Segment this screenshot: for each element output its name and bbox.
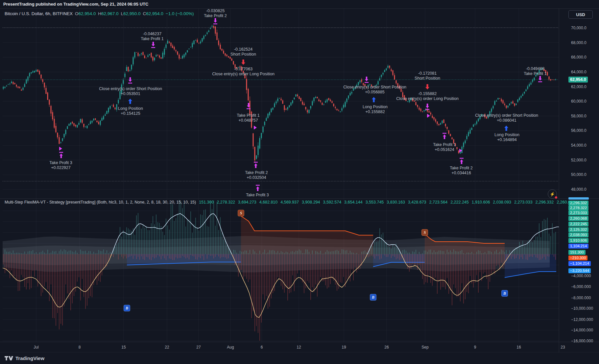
- symbol-legend[interactable]: Bitcoin / U.S. Dollar, 6h, BITFINEXO62,9…: [5, 11, 194, 16]
- time-axis-tick[interactable]: 27: [196, 345, 201, 350]
- volatility-band-inner: [3, 245, 550, 265]
- price-axis-tick[interactable]: 68,000.0: [571, 40, 587, 45]
- indicator-value-badge: 151.300: [568, 250, 586, 255]
- indicator-value-badge: −210.300: [568, 255, 587, 260]
- take-profit-down-marker-icon: [537, 75, 543, 83]
- time-axis-tick[interactable]: 19: [342, 345, 346, 350]
- trade-annotation: Long Position+0.164894: [494, 133, 519, 142]
- short-stop-line: [241, 216, 373, 235]
- indicator-value-badge: 2,125.332: [568, 227, 588, 232]
- price-axis-tick[interactable]: 50,000.0: [571, 172, 587, 177]
- price-axis-tick[interactable]: 60,000.0: [571, 99, 587, 104]
- strategy-value: 1,910.606: [472, 200, 490, 205]
- short-phase-fill: [241, 216, 373, 254]
- indicator-value-badge: −1,104.214: [568, 261, 591, 266]
- tradingview-brand-text[interactable]: TradingView: [15, 355, 44, 361]
- long-entry-marker[interactable]: B: [124, 305, 130, 311]
- strategy-value: 3,654.144: [344, 200, 363, 205]
- long-entry-marker[interactable]: B: [370, 294, 376, 301]
- strategy-value: 2,260.068…: [557, 200, 579, 205]
- price-axis-tick[interactable]: 56,000.0: [571, 128, 587, 133]
- trade-annotation: -0.172081Short Position: [415, 71, 440, 81]
- price-axis-tick[interactable]: 66,000.0: [571, 55, 587, 60]
- flash-actions-button[interactable]: ⚡: [548, 189, 557, 199]
- footer-bar: TradingView: [0, 352, 599, 364]
- indicator-value-badge: 1,104.214: [568, 244, 588, 249]
- price-axis-tick[interactable]: 54,000.0: [571, 143, 587, 148]
- trade-annotation: Take Profit 1+0.051624: [433, 142, 456, 152]
- long-phase-fill: [373, 254, 425, 267]
- indicator-value-badge: 2,260.068: [568, 216, 588, 221]
- long-entry-marker[interactable]: B: [501, 290, 508, 297]
- indicator-value-badge: 2,273.033: [568, 210, 588, 215]
- indicator-axis-tick[interactable]: −4,000.000: [571, 274, 591, 278]
- strategy-value: 151.300: [199, 200, 214, 205]
- pane-borders: [0, 9, 599, 352]
- time-axis-tick[interactable]: 6: [261, 345, 263, 350]
- indicator-axis-tick[interactable]: −12,000.000: [571, 317, 593, 322]
- indicator-axis-tick[interactable]: −10,000.000: [571, 306, 593, 311]
- price-axis-tick[interactable]: 70,000.0: [571, 26, 587, 30]
- time-axis-tick[interactable]: 22: [165, 345, 169, 350]
- time-axis-tick[interactable]: 9: [474, 345, 476, 350]
- take-profit-down-marker-icon: [127, 76, 133, 84]
- indicator-axis-tick[interactable]: −8,000.000: [571, 296, 591, 300]
- indicator-axis-tick[interactable]: −14,000.000: [571, 328, 593, 332]
- trade-annotation: Take Profit 2+0.034416: [450, 166, 472, 176]
- strategy-title: Multi-Step FlexiMA-VT - Strategy [presen…: [5, 200, 196, 205]
- strategy-value: 3,908.294: [302, 200, 320, 205]
- short-entry-marker[interactable]: S: [421, 229, 428, 236]
- long-phase-fill: [127, 254, 241, 265]
- price-axis-tick[interactable]: 62,000.0: [571, 85, 587, 89]
- long-entry-arrow-icon: [371, 96, 377, 103]
- clipped-value-badge: [568, 197, 589, 200]
- ohlc-label: H: [98, 11, 101, 16]
- trade-annotation: -0.077063Close entry(s) order Long Posit…: [212, 67, 275, 77]
- notification-dot: [555, 196, 557, 199]
- ohlc-label: O: [75, 11, 79, 16]
- trade-annotation: Take Profit 3+0.022927: [49, 160, 72, 170]
- trade-annotation: -0.155882Close entry(s) order Long Posit…: [396, 91, 459, 101]
- ohlc-label: C: [143, 11, 146, 16]
- volatility-band-outer: [3, 236, 550, 273]
- long-stop-line: [505, 272, 556, 278]
- time-axis-tick[interactable]: 26: [384, 345, 389, 350]
- indicator-axis-tick[interactable]: −16,000.000: [571, 339, 593, 343]
- time-axis-tick[interactable]: 8: [79, 345, 81, 350]
- trade-annotation: Take Profit 1+0.048757: [237, 113, 259, 123]
- short-entry-arrow-icon: [240, 59, 247, 65]
- ohlc-values: O62,954.0H62,967.0L62,950.0C62,954.0−1.0…: [73, 11, 194, 16]
- time-axis-tick[interactable]: Sep: [421, 345, 428, 350]
- price-axis-tick[interactable]: 48,000.0: [571, 187, 587, 192]
- strategy-value: 3,592.574: [323, 200, 341, 205]
- strategy-value: 2,222.245: [450, 200, 469, 205]
- time-axis-tick[interactable]: 12: [297, 345, 301, 350]
- time-axis-tick[interactable]: Aug: [227, 345, 234, 350]
- trade-triangle-marker-icon: [59, 146, 62, 151]
- short-phase-fill: [425, 234, 505, 254]
- indicator-pane: [3, 200, 559, 341]
- time-axis-tick[interactable]: 15: [121, 345, 126, 350]
- strategy-value: 3,694.273: [238, 200, 256, 205]
- strategy-value: 2,723.564: [429, 200, 448, 205]
- currency-button[interactable]: USD: [568, 10, 593, 19]
- trade-annotation: Long Position+0.155882: [363, 105, 388, 114]
- chart-canvas[interactable]: [0, 0, 599, 364]
- tradingview-logo-icon[interactable]: [4, 355, 13, 361]
- oscillator-line-negative: [3, 214, 559, 318]
- strategy-value: 2,273.033: [514, 200, 533, 205]
- indicator-axis-tick[interactable]: −6,000.000: [571, 284, 591, 289]
- long-stop-line: [127, 262, 241, 265]
- time-axis-tick[interactable]: 16: [516, 345, 521, 350]
- time-axis-tick[interactable]: Jul: [34, 345, 38, 350]
- time-axis-tick[interactable]: 23: [561, 345, 565, 350]
- take-profit-up-marker-icon: [254, 184, 261, 192]
- price-axis-tick[interactable]: 64,000.0: [571, 70, 587, 74]
- short-entry-marker[interactable]: S: [238, 210, 244, 216]
- published-header: PresentTrading published on TradingView.…: [3, 2, 148, 7]
- take-profit-up-marker-icon: [458, 157, 465, 165]
- price-axis-tick[interactable]: 58,000.0: [571, 114, 587, 118]
- strategy-legend[interactable]: Multi-Step FlexiMA-VT - Strategy [presen…: [5, 200, 579, 205]
- price-axis-tick[interactable]: 52,000.0: [571, 158, 587, 162]
- long-entry-arrow-icon: [503, 125, 510, 132]
